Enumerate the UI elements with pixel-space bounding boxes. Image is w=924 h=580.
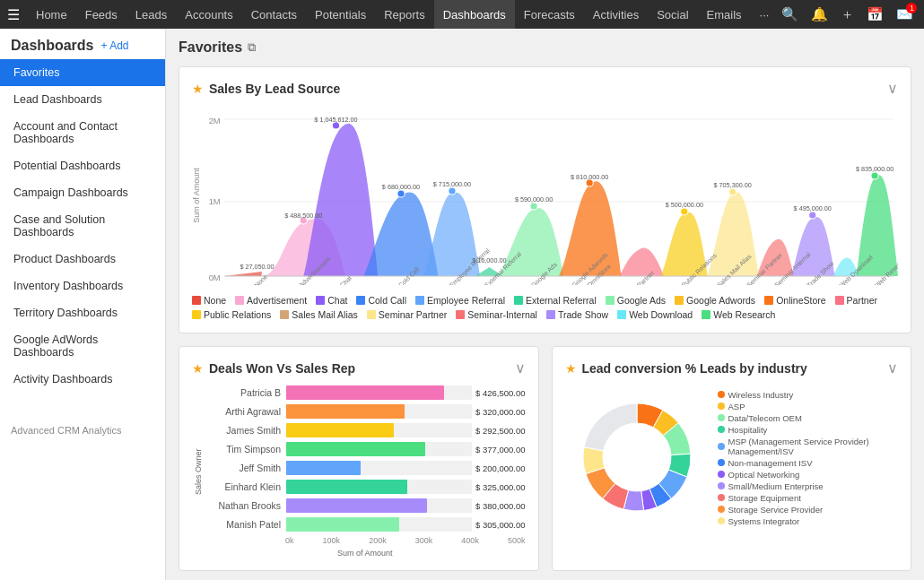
- card3-title: Lead conversion % Leads by industry: [582, 361, 888, 376]
- yaxis-label-2: Sales Owner: [192, 385, 205, 558]
- sidebar-item-campaign-dashboards[interactable]: Campaign Dashboards: [0, 179, 165, 206]
- hbar-chart-wrapper: Sales Owner Patricia B $ 426,500.00 Arth…: [192, 385, 526, 558]
- card2-title: Deals Won Vs Sales Rep: [209, 361, 515, 376]
- legend-item: Public Relations: [192, 309, 271, 320]
- svg-text:$ 488,500.00: $ 488,500.00: [284, 212, 322, 220]
- sidebar-item-account-and-contact-dashboards[interactable]: Account and Contact Dashboards: [0, 113, 165, 152]
- hbar-chart: Patricia B $ 426,500.00 Arthi Agrawal $ …: [205, 385, 526, 558]
- hbar-value: $ 325,000.00: [475, 482, 525, 492]
- nav-activities[interactable]: Activities: [584, 0, 648, 29]
- hbar-row: Jeff Smith $ 200,000.00: [205, 461, 526, 475]
- search-icon[interactable]: 🔍: [778, 3, 802, 26]
- hbar-track: [286, 442, 472, 456]
- hbar-label: Manish Patel: [205, 519, 281, 530]
- hbar-label: Patricia B: [205, 387, 281, 398]
- legend-color: [835, 296, 844, 305]
- donut-legend-dot: [718, 459, 725, 466]
- plus-icon[interactable]: ＋: [837, 3, 858, 27]
- hbar-fill: [286, 480, 407, 494]
- sidebar-add-button[interactable]: + Add: [100, 39, 128, 52]
- donut-segment: [584, 403, 637, 451]
- legend-color: [367, 310, 376, 319]
- nav-more[interactable]: ···: [751, 0, 779, 29]
- hbar-row: Tim Simpson $ 377,000.00: [205, 442, 526, 456]
- card2-collapse-icon[interactable]: ∨: [515, 359, 526, 377]
- legend-item: Trade Show: [546, 309, 608, 320]
- main-content: Favorites ⧉ ★ Sales By Lead Source ∨ 2M …: [166, 29, 924, 580]
- hbar-track: [286, 404, 472, 419]
- sidebar-item-favorites[interactable]: Favorites: [0, 59, 165, 86]
- sidebar-item-product-dashboards[interactable]: Product Dashboards: [0, 246, 165, 273]
- nav-dashboards[interactable]: Dashboards: [434, 0, 515, 29]
- svg-point-10: [530, 203, 537, 210]
- hbar-value: $ 426,500.00: [475, 388, 525, 398]
- star-icon-1: ★: [192, 82, 204, 96]
- sidebar-item-activity-dashboards[interactable]: Activity Dashboards: [0, 366, 165, 393]
- legend-item: Google Ads: [606, 295, 666, 306]
- svg-text:$ 500,000.00: $ 500,000.00: [666, 202, 703, 209]
- legend-color: [546, 310, 555, 319]
- hbar-fill: [286, 423, 394, 437]
- menu-icon[interactable]: ☰: [7, 6, 20, 23]
- sales-by-lead-source-card: ★ Sales By Lead Source ∨ 2M 1M 0M Sum of…: [179, 66, 911, 333]
- nav-accounts[interactable]: Accounts: [176, 0, 241, 29]
- external-link-icon[interactable]: ⧉: [248, 40, 256, 55]
- svg-text:$ 590,000.00: $ 590,000.00: [515, 196, 553, 203]
- legend-label: Partner: [847, 295, 877, 306]
- svg-text:$ 27,050.00: $ 27,050.00: [240, 264, 274, 271]
- hbar-row: Nathan Brooks $ 380,000.00: [205, 498, 526, 513]
- sidebar-item-potential-dashboards[interactable]: Potential Dashboards: [0, 152, 165, 179]
- donut-legend-dot: [718, 517, 725, 524]
- svg-text:$ 705,300.00: $ 705,300.00: [714, 182, 752, 189]
- hbar-label: Einhard Klein: [205, 481, 281, 492]
- hbar-label: Nathan Brooks: [205, 500, 281, 511]
- svg-point-12: [681, 208, 688, 215]
- sidebar-item-territory-dashboards[interactable]: Territory Dashboards: [0, 299, 165, 326]
- legend-item: Advertisement: [235, 295, 307, 306]
- nav-potentials[interactable]: Potentials: [306, 0, 375, 29]
- nav-reports[interactable]: Reports: [375, 0, 434, 29]
- nav-forecasts[interactable]: Forecasts: [515, 0, 584, 29]
- svg-text:2M: 2M: [209, 117, 221, 126]
- svg-point-9: [449, 187, 456, 195]
- bell-icon[interactable]: 🔔: [807, 3, 832, 26]
- nav-home[interactable]: Home: [27, 0, 76, 29]
- hbar-row: Einhard Klein $ 325,000.00: [205, 480, 526, 494]
- sidebar-item-inventory-dashboards[interactable]: Inventory Dashboards: [0, 273, 165, 299]
- sidebar: Dashboards + Add FavoritesLead Dashboard…: [0, 29, 166, 580]
- nav-social[interactable]: Social: [648, 0, 697, 29]
- legend-label: Web Research: [713, 309, 775, 320]
- svg-text:$ 715,000.00: $ 715,000.00: [433, 181, 471, 188]
- nav-feeds[interactable]: Feeds: [76, 0, 126, 29]
- svg-text:$ 835,000.00: $ 835,000.00: [856, 166, 893, 173]
- calendar-icon[interactable]: 📅: [863, 3, 887, 26]
- legend-color: [316, 296, 325, 305]
- star-icon-3: ★: [565, 361, 577, 376]
- sidebar-item-lead-dashboards[interactable]: Lead Dashboards: [0, 86, 165, 113]
- legend-label: Advertisement: [247, 295, 307, 306]
- svg-text:$ 1,045,612.00: $ 1,045,612.00: [314, 117, 357, 124]
- hbar-label: Jeff Smith: [205, 463, 281, 473]
- card1-collapse-icon[interactable]: ∨: [887, 80, 898, 97]
- legend-item: Employee Referral: [415, 295, 505, 306]
- card2-header: ★ Deals Won Vs Sales Rep ∨: [192, 359, 526, 377]
- donut-legend-item: Small/Medium Enterprise: [718, 481, 899, 491]
- svg-point-15: [871, 172, 878, 179]
- legend-color: [415, 296, 424, 305]
- hbar-value: $ 320,000.00: [475, 407, 525, 417]
- page-title: Favorites: [179, 39, 242, 56]
- nav-contacts[interactable]: Contacts: [242, 0, 306, 29]
- hbar-track: [286, 385, 472, 400]
- donut-legend-dot: [718, 426, 725, 433]
- mail-badge: 1: [906, 3, 917, 13]
- hbar-value: $ 292,500.00: [475, 426, 525, 436]
- sidebar-item-google-adwords-dashboards[interactable]: Google AdWords Dashboards: [0, 326, 165, 366]
- svg-text:0M: 0M: [209, 273, 221, 282]
- nav-leads[interactable]: Leads: [126, 0, 176, 29]
- nav-emails[interactable]: Emails: [698, 0, 751, 29]
- legend-label: Web Download: [629, 309, 693, 320]
- card3-collapse-icon[interactable]: ∨: [887, 359, 898, 377]
- mail-icon[interactable]: ✉️ 1: [893, 3, 917, 26]
- sidebar-item-case-and-solution-dashboards[interactable]: Case and Solution Dashboards: [0, 206, 165, 246]
- hbar-axis: 0k 100k 200k 300k 400k 500k: [205, 536, 526, 545]
